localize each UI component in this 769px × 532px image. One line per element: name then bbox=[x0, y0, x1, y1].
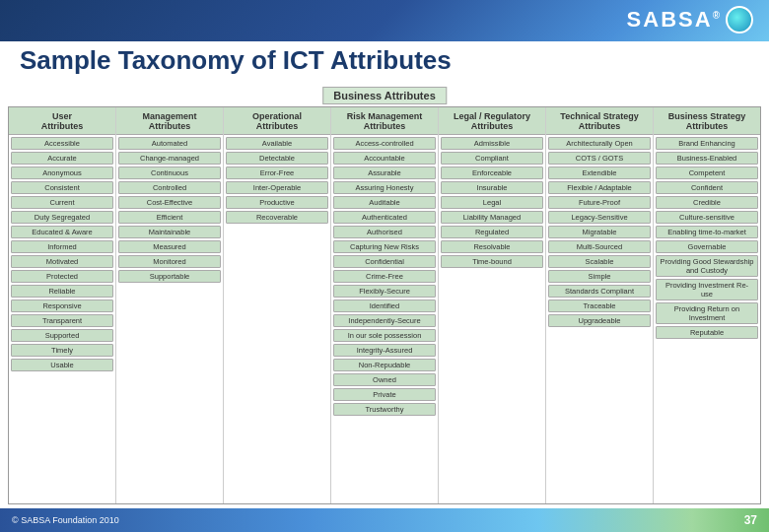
list-item: Supported bbox=[11, 329, 113, 342]
col-technical: Technical Strategy AttributesArchitectur… bbox=[546, 107, 654, 503]
footer-copyright: © SABSA Foundation 2010 bbox=[12, 515, 119, 525]
list-item: Motivated bbox=[11, 255, 113, 268]
list-item: Migratable bbox=[548, 226, 651, 238]
list-item: Recoverable bbox=[226, 211, 328, 224]
col-items-user: AccessibleAccurateAnonymousConsistentCur… bbox=[9, 135, 115, 503]
list-item: Reliable bbox=[11, 285, 113, 298]
list-item: Anonymous bbox=[11, 166, 113, 179]
list-item: Liability Managed bbox=[441, 211, 543, 224]
list-item: Timely bbox=[11, 344, 113, 357]
col-header-business_strategy: Business Strategy Attributes bbox=[654, 107, 760, 135]
list-item: Credible bbox=[656, 196, 758, 209]
list-item: Identified bbox=[333, 299, 436, 312]
list-item: Automated bbox=[118, 137, 221, 150]
business-attributes-container: Business Attributes bbox=[322, 87, 447, 104]
list-item: Monitored bbox=[118, 255, 221, 268]
list-item: Non-Repudable bbox=[333, 359, 436, 371]
list-item: Assurable bbox=[333, 166, 436, 179]
col-header-management: Management Attributes bbox=[116, 107, 223, 135]
col-user: User AttributesAccessibleAccurateAnonymo… bbox=[9, 107, 116, 503]
page-title: Sample Taxonomy of ICT Attributes bbox=[20, 45, 452, 76]
col-management: Management AttributesAutomatedChange-man… bbox=[116, 107, 224, 503]
list-item: Responsive bbox=[11, 299, 113, 312]
list-item: Enabling time-to-market bbox=[656, 226, 758, 238]
list-item: Providing Return on Investment bbox=[656, 302, 758, 324]
list-item: Compliant bbox=[441, 152, 543, 165]
list-item: Brand Enhancing bbox=[656, 137, 758, 150]
list-item: Flexibly-Secure bbox=[333, 285, 436, 298]
list-item: Cost-Effective bbox=[118, 196, 221, 209]
list-item: Educated & Aware bbox=[11, 226, 113, 238]
list-item: Competent bbox=[656, 166, 758, 179]
list-item: Authenticated bbox=[333, 211, 436, 224]
list-item: Legacy-Sensitive bbox=[548, 211, 651, 224]
list-item: Change-managed bbox=[118, 152, 221, 165]
list-item: Accurate bbox=[11, 152, 113, 165]
table-border: User AttributesAccessibleAccurateAnonymo… bbox=[8, 106, 761, 504]
list-item: Maintainable bbox=[118, 226, 221, 238]
list-item: Legal bbox=[441, 196, 543, 209]
col-items-management: AutomatedChange-managedContinuousControl… bbox=[116, 135, 223, 503]
list-item: Authorised bbox=[333, 226, 436, 238]
list-item: Regulated bbox=[441, 226, 543, 238]
col-items-technical: Architecturally OpenCOTS / GOTSExtendibl… bbox=[546, 135, 653, 503]
list-item: Independently-Secure bbox=[333, 314, 436, 327]
list-item: Efficient bbox=[118, 211, 221, 224]
list-item: Confident bbox=[656, 181, 758, 194]
list-item: Resolvable bbox=[441, 240, 543, 253]
list-item: Upgradeable bbox=[548, 314, 651, 327]
col-items-risk: Access-controlledAccountableAssurableAss… bbox=[331, 135, 438, 503]
list-item: Reputable bbox=[656, 326, 758, 339]
list-item: Trustworthy bbox=[333, 403, 436, 416]
sabsa-logo: SABSA® bbox=[627, 6, 753, 33]
list-item: Detectable bbox=[226, 152, 328, 165]
sabsa-logo-circle bbox=[726, 6, 753, 33]
list-item: Assuring Honesty bbox=[333, 181, 436, 194]
list-item: Measured bbox=[118, 240, 221, 253]
list-item: Culture-sensitive bbox=[656, 211, 758, 224]
business-attributes-label: Business Attributes bbox=[322, 87, 447, 104]
list-item: Owned bbox=[333, 373, 436, 386]
list-item: Controlled bbox=[118, 181, 221, 194]
list-item: Providing Good Stewardship and Custody bbox=[656, 255, 758, 277]
col-header-user: User Attributes bbox=[9, 107, 115, 135]
list-item: Providing Investment Re-use bbox=[656, 279, 758, 300]
col-items-legal: AdmissibleCompliantEnforceableInsurableL… bbox=[439, 135, 545, 503]
columns-row: User AttributesAccessibleAccurateAnonymo… bbox=[9, 107, 760, 503]
list-item: Scalable bbox=[548, 255, 651, 268]
list-item: Supportable bbox=[118, 270, 221, 283]
col-items-operational: AvailableDetectableError-FreeInter-Opera… bbox=[224, 135, 330, 503]
list-item: Accountable bbox=[333, 152, 436, 165]
list-item: Simple bbox=[548, 270, 651, 283]
list-item: Extendible bbox=[548, 166, 651, 179]
list-item: Continuous bbox=[118, 166, 221, 179]
col-items-business_strategy: Brand EnhancingBusiness-EnabledCompetent… bbox=[654, 135, 760, 503]
list-item: Architecturally Open bbox=[548, 137, 651, 150]
list-item: Business-Enabled bbox=[656, 152, 758, 165]
list-item: Informed bbox=[11, 240, 113, 253]
list-item: Admissible bbox=[441, 137, 543, 150]
list-item: Governable bbox=[656, 240, 758, 253]
list-item: Usable bbox=[11, 359, 113, 371]
list-item: COTS / GOTS bbox=[548, 152, 651, 165]
list-item: Consistent bbox=[11, 181, 113, 194]
list-item: Insurable bbox=[441, 181, 543, 194]
list-item: Private bbox=[333, 388, 436, 401]
list-item: Error-Free bbox=[226, 166, 328, 179]
list-item: Capturing New Risks bbox=[333, 240, 436, 253]
list-item: Auditable bbox=[333, 196, 436, 209]
col-header-operational: Operational Attributes bbox=[224, 107, 330, 135]
list-item: Crime-Free bbox=[333, 270, 436, 283]
list-item: Available bbox=[226, 137, 328, 150]
list-item: Current bbox=[11, 196, 113, 209]
col-header-technical: Technical Strategy Attributes bbox=[546, 107, 653, 135]
list-item: Traceable bbox=[548, 299, 651, 312]
col-header-legal: Legal / Regulatory Attributes bbox=[439, 107, 545, 135]
footer: © SABSA Foundation 2010 37 bbox=[0, 508, 769, 532]
list-item: Confidential bbox=[333, 255, 436, 268]
sabsa-logo-text: SABSA® bbox=[627, 7, 722, 33]
list-item: Accessible bbox=[11, 137, 113, 150]
footer-page-number: 37 bbox=[744, 513, 757, 527]
list-item: Duty Segregated bbox=[11, 211, 113, 224]
list-item: In our sole possession bbox=[333, 329, 436, 342]
